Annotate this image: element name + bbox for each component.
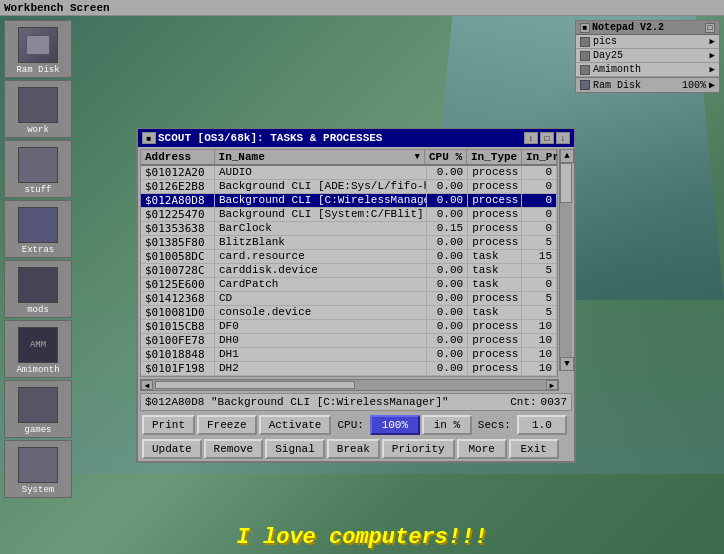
sidebar-icon-extras[interactable]: Extras [4,200,72,258]
cell-in-pri: 0 [522,222,557,235]
cell-address: $0125E600 [141,278,215,291]
signal-button[interactable]: Signal [265,439,325,459]
more-button[interactable]: More [457,439,507,459]
cell-address: $0100728C [141,264,215,277]
cell-in-type: task [468,264,522,277]
break-button[interactable]: Break [327,439,380,459]
sidebar-icon-stuff[interactable]: stuff [4,140,72,198]
cell-address: $0101F198 [141,362,215,375]
cell-in-name: BlitzBlank [215,236,427,249]
scroll-thumb[interactable] [560,163,572,203]
sidebar-icon-ramdisk[interactable]: Ram Disk [4,20,72,78]
table-row[interactable]: $01015CB8DF00.00process10 [141,320,557,334]
cell-address: $01018848 [141,348,215,361]
cnt-value: 0037 [541,396,567,408]
notepad-item-amimonth[interactable]: Amimonth ▶ [576,63,719,77]
notepad-title: Notepad V2.2 [592,22,664,33]
cell-in-type: process [468,166,522,179]
cell-in-name: console.device [215,306,427,319]
table-row[interactable]: $0125E600CardPatch0.00task0 [141,278,557,292]
cell-cpu: 0.00 [427,236,468,249]
scroll-down-btn[interactable]: ▼ [560,357,574,371]
table-row[interactable]: $0126E2B8Background CLI [ADE:Sys/L/fifo-… [141,180,557,194]
cell-cpu: 0.00 [427,334,468,347]
sidebar-icon-work[interactable]: work [4,80,72,138]
task-window-maximize-btn[interactable]: □ [540,132,554,144]
col-in-pri: In_Pri [522,150,557,164]
task-cnt: Cnt: 0037 [510,396,567,408]
notepad-item-pics[interactable]: pics ▶ [576,35,719,49]
sidebar-icon-amimonth[interactable]: AMM Amimonth [4,320,72,378]
task-window-minimize-btn[interactable]: ↕ [524,132,538,144]
table-row[interactable]: $0100FE78DH00.00process10 [141,334,557,348]
secs-value-button[interactable]: 1.0 [517,415,567,435]
table-row[interactable]: $0100728Ccarddisk.device0.00task5 [141,264,557,278]
table-row[interactable]: $01385F80BlitzBlank0.00process5 [141,236,557,250]
cell-address: $0126E2B8 [141,180,215,193]
scroll-up-btn[interactable]: ▲ [560,149,574,163]
table-row[interactable]: $01018848DH10.00process10 [141,348,557,362]
table-row[interactable]: $01353638BarClock0.15process0 [141,222,557,236]
notepad-item-day25[interactable]: Day25 ▶ [576,49,719,63]
notepad-resize-btn[interactable]: □ [705,23,715,33]
cell-cpu: 0.00 [427,194,468,207]
task-titlebar-left: ■ SCOUT [OS3/68k]: TASKS & PROCESSES [142,132,382,144]
task-window-scroll-btn[interactable]: ↓ [556,132,570,144]
games-icon-img [18,387,58,423]
cell-in-type: process [468,348,522,361]
table-row[interactable]: $010081D0console.device0.00task5 [141,306,557,320]
table-row[interactable]: $010058DCcard.resource0.00task15 [141,250,557,264]
table-row[interactable]: $012A80D8Background CLI [C:WirelessManag… [141,194,557,208]
activate-button[interactable]: Activate [259,415,332,435]
sidebar-icon-games-label: games [24,425,51,435]
table-row[interactable]: $0101F198DH20.00process10 [141,362,557,376]
cell-address: $010058DC [141,250,215,263]
cell-in-type: task [468,278,522,291]
task-window-close-btn[interactable]: ■ [142,132,156,144]
table-row[interactable]: $01012A20AUDIO0.00process0 [141,166,557,180]
task-table-scrollbar[interactable]: ▲ ▼ [559,149,572,371]
sidebar-icon-mods[interactable]: mods [4,260,72,318]
cell-cpu: 0.00 [427,362,468,375]
cell-cpu: 0.00 [427,208,468,221]
freeze-button[interactable]: Freeze [197,415,257,435]
mods-icon-img [18,267,58,303]
task-table-header: Address In_Name ▼ CPU % In_Type In_Pri [141,150,557,166]
task-table-hscrollbar[interactable]: ◀ ▶ [140,379,559,391]
sidebar-icon-system[interactable]: System [4,440,72,498]
cell-in-pri: 5 [522,264,557,277]
print-button[interactable]: Print [142,415,195,435]
notepad-close-btn[interactable]: ■ [580,23,590,33]
sidebar-icon-amimonth-label: Amimonth [16,365,59,375]
table-row[interactable]: $01412368CD0.00process5 [141,292,557,306]
cell-in-type: process [468,292,522,305]
exit-button[interactable]: Exit [509,439,559,459]
work-icon-img [18,87,58,123]
priority-button[interactable]: Priority [382,439,455,459]
cell-in-name: DH0 [215,334,427,347]
cell-in-pri: 0 [522,208,557,221]
cpu-value-button[interactable]: 100% [370,415,420,435]
cell-address: $01012A20 [141,166,215,179]
cell-in-name: card.resource [215,250,427,263]
table-row[interactable]: $01225470Background CLI [System:C/FBlit]… [141,208,557,222]
cell-in-pri: 0 [522,194,557,207]
sidebar-icon-extras-label: Extras [22,245,54,255]
remove-button[interactable]: Remove [204,439,264,459]
ram-disk-icon [580,80,590,90]
hscroll-right-btn[interactable]: ▶ [546,380,558,390]
cell-in-pri: 5 [522,292,557,305]
cell-cpu: 0.00 [427,278,468,291]
hscroll-thumb[interactable] [155,381,355,389]
cell-in-name: CardPatch [215,278,427,291]
col-in-name[interactable]: In_Name ▼ [215,150,425,164]
cell-in-type: process [468,362,522,375]
hscroll-left-btn[interactable]: ◀ [141,380,153,390]
cell-in-type: process [468,194,522,207]
update-button[interactable]: Update [142,439,202,459]
in-pct-button[interactable]: in % [422,415,472,435]
cell-in-type: process [468,334,522,347]
sidebar-icon-games[interactable]: games [4,380,72,438]
cell-in-name: CD [215,292,427,305]
task-status-bar: $012A80D8 "Background CLI [C:WirelessMan… [140,393,572,411]
